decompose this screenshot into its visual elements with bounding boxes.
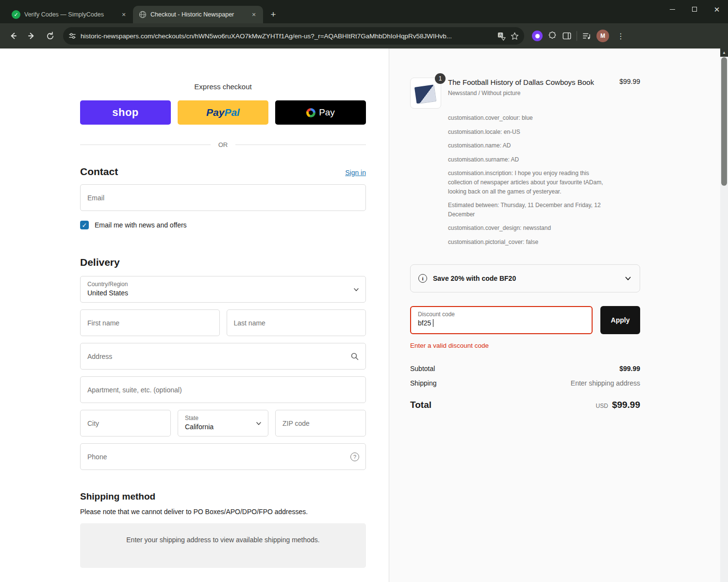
apartment-field-wrap: [80, 376, 366, 403]
translate-icon[interactable]: A: [497, 32, 506, 41]
phone-input[interactable]: [80, 443, 366, 470]
first-name-input[interactable]: [80, 309, 220, 336]
extensions-puzzle-icon[interactable]: [547, 31, 557, 41]
url-text[interactable]: historic-newspapers.com/checkouts/cn/hWN…: [81, 32, 493, 40]
product-variant: Newsstand / Without picture: [448, 90, 612, 97]
checkout-page: Express checkout shop PayPal Pay OR Cont…: [0, 48, 728, 582]
help-icon[interactable]: ?: [350, 453, 359, 461]
item-property: customisation.cover_design: newsstand: [448, 224, 608, 233]
item-property: customisation.surname: AD: [448, 155, 608, 164]
delivery-heading: Delivery: [80, 257, 366, 268]
scrollbar-thumb[interactable]: [721, 57, 727, 186]
gpay-label: Pay: [319, 107, 335, 118]
cart-line-item: 1 The Football History of Dallas Cowboys…: [410, 78, 640, 109]
globe-favicon-icon: [139, 11, 147, 18]
zip-input[interactable]: [275, 410, 366, 436]
scroll-up-arrow-icon[interactable]: ▲: [720, 48, 728, 57]
media-controls-icon[interactable]: [582, 31, 592, 41]
checkout-form-column: Express checkout shop PayPal Pay OR Cont…: [0, 48, 389, 582]
search-icon: [350, 352, 359, 361]
simplycodes-extension-icon[interactable]: [532, 31, 543, 41]
shop-pay-button[interactable]: shop: [80, 100, 171, 125]
item-property: customisation.inscription: I hope you en…: [448, 169, 608, 196]
discount-code-input[interactable]: Discount code bf25: [410, 306, 593, 334]
last-name-input[interactable]: [227, 309, 366, 336]
address-input[interactable]: [80, 343, 366, 370]
reload-button[interactable]: [42, 28, 58, 44]
item-property: customisation.locale: en-US: [448, 128, 608, 137]
last-name-field-wrap: [227, 309, 366, 336]
tab-title: Verify Codes — SimplyCodes: [24, 11, 116, 18]
sign-in-link[interactable]: Sign in: [345, 169, 366, 177]
state-select[interactable]: State California: [178, 410, 268, 436]
page-scrollbar[interactable]: ▲: [720, 48, 728, 582]
po-box-note: Please note that we cannot deliver to PO…: [80, 508, 366, 516]
discount-code-label: Discount code: [418, 311, 585, 318]
promo-banner-text: Save 20% with code BF20: [433, 275, 618, 282]
bookmark-star-icon[interactable]: [510, 32, 519, 41]
discount-code-row: Discount code bf25 Apply: [410, 306, 640, 334]
shipping-methods-empty-state: Enter your shipping address to view avai…: [80, 523, 366, 568]
google-pay-button[interactable]: Pay: [275, 100, 366, 125]
newsletter-label: Email me with news and offers: [95, 221, 187, 229]
browser-menu-kebab-icon[interactable]: ⋮: [614, 32, 628, 41]
shipping-method-heading: Shipping method: [80, 491, 366, 502]
state-value: California: [185, 423, 261, 431]
paypal-button[interactable]: PayPal: [178, 100, 268, 125]
tab-close-icon[interactable]: ×: [119, 10, 128, 19]
new-tab-button[interactable]: +: [266, 7, 281, 22]
tab-simplycodes[interactable]: ✓ Verify Codes — SimplyCodes ×: [6, 6, 133, 23]
city-input[interactable]: [80, 410, 171, 436]
site-info-icon[interactable]: [68, 32, 77, 40]
chevron-down-icon: [353, 286, 360, 293]
google-g-icon: [306, 108, 315, 117]
chevron-down-icon: [624, 275, 632, 282]
newsletter-opt-in[interactable]: ✓ Email me with news and offers: [80, 221, 366, 229]
phone-field-wrap: ?: [80, 443, 366, 470]
city-field-wrap: [80, 410, 171, 436]
state-label: State: [185, 415, 261, 421]
product-title: The Football History of Dallas Cowboys B…: [448, 78, 608, 87]
express-checkout-title: Express checkout: [80, 82, 366, 91]
quantity-badge: 1: [435, 73, 446, 84]
paypal-wordmark-pay: Pay: [206, 107, 224, 118]
simplycodes-favicon-icon: ✓: [12, 10, 20, 19]
subtotal-label: Subtotal: [410, 365, 435, 372]
subtotal-value: $99.99: [619, 365, 640, 372]
window-minimize-button[interactable]: [661, 0, 683, 18]
browser-window: ✓ Verify Codes — SimplyCodes × Checkout …: [0, 0, 728, 582]
tab-strip: ✓ Verify Codes — SimplyCodes × Checkout …: [0, 0, 728, 23]
address-field-wrap: [80, 343, 366, 370]
tab-checkout[interactable]: Checkout - Historic Newspaper ×: [133, 6, 263, 23]
tab-close-icon[interactable]: ×: [249, 10, 258, 19]
address-bar[interactable]: historic-newspapers.com/checkouts/cn/hWN…: [63, 27, 524, 45]
tab-title: Checkout - Historic Newspaper: [150, 11, 246, 18]
info-icon: i: [418, 274, 427, 283]
paypal-wordmark-pal: Pal: [224, 107, 240, 118]
item-property: customisation.cover_colour: blue: [448, 113, 608, 123]
window-maximize-button[interactable]: [683, 0, 706, 18]
apartment-input[interactable]: [80, 376, 366, 403]
back-button[interactable]: [5, 28, 21, 44]
browser-toolbar: historic-newspapers.com/checkouts/cn/hWN…: [0, 23, 728, 48]
express-checkout-buttons: shop PayPal Pay: [80, 100, 366, 125]
item-properties: customisation.cover_colour: bluecustomis…: [448, 113, 640, 247]
newsletter-checkbox[interactable]: ✓: [80, 221, 89, 229]
window-controls: ✕: [661, 0, 728, 18]
total-currency: USD: [596, 403, 608, 409]
forward-button[interactable]: [23, 28, 40, 44]
email-input[interactable]: [80, 184, 366, 211]
svg-text:A: A: [499, 32, 502, 37]
toolbar-divider: [577, 31, 577, 41]
side-panel-icon[interactable]: [562, 31, 572, 41]
country-select[interactable]: Country/Region United States: [80, 276, 366, 303]
apply-discount-button[interactable]: Apply: [600, 306, 640, 334]
discount-error-message: Enter a valid discount code: [410, 342, 640, 349]
profile-avatar[interactable]: M: [596, 30, 609, 42]
window-close-button[interactable]: ✕: [706, 0, 728, 18]
promo-code-banner[interactable]: i Save 20% with code BF20: [410, 264, 640, 292]
shipping-label: Shipping: [410, 379, 437, 387]
total-label: Total: [410, 400, 431, 410]
toolbar-right: M ⋮: [532, 30, 628, 42]
item-property: customisation.name: AD: [448, 141, 608, 150]
